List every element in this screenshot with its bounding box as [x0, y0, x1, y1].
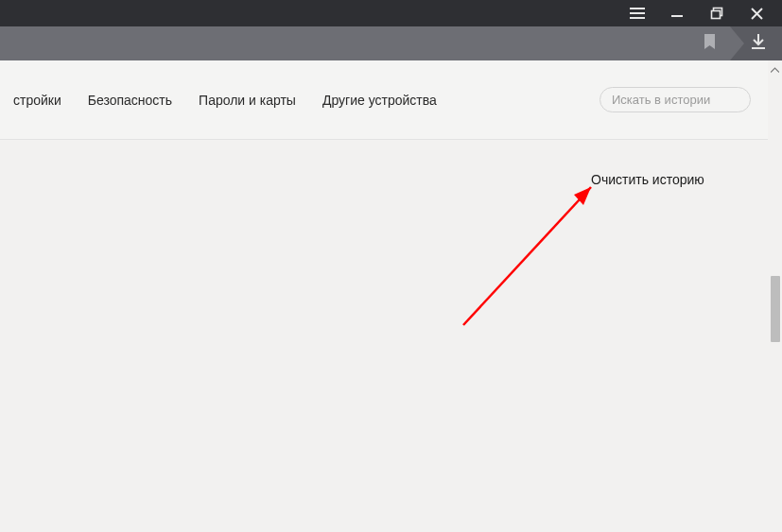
chevron-up-icon [771, 60, 779, 77]
hamburger-icon [630, 8, 645, 19]
bookmark-icon [704, 34, 716, 54]
minimize-icon [670, 7, 684, 20]
tab-security[interactable]: Безопасность [88, 93, 172, 108]
download-icon [750, 33, 767, 54]
maximize-restore-icon [710, 7, 723, 20]
address-bar-field[interactable] [0, 26, 730, 60]
svg-line-2 [463, 187, 591, 325]
tab-passwords-cards[interactable]: Пароли и карты [199, 93, 296, 108]
close-icon [751, 8, 763, 20]
window-title-bar [0, 0, 782, 26]
bookmark-button[interactable] [688, 26, 730, 60]
maximize-button[interactable] [697, 0, 737, 26]
tab-other-devices[interactable]: Другие устройства [322, 93, 437, 108]
settings-tabs-row: стройки Безопасность Пароли и карты Друг… [0, 60, 768, 140]
page-content: стройки Безопасность Пароли и карты Друг… [0, 60, 768, 532]
history-search-input[interactable] [600, 87, 751, 112]
menu-button[interactable] [617, 0, 657, 26]
scrollbar-thumb[interactable] [771, 276, 780, 342]
svg-marker-3 [574, 187, 591, 205]
clear-history-link[interactable]: Очистить историю [591, 172, 704, 187]
scroll-up-button[interactable] [768, 60, 782, 76]
address-bar [0, 26, 782, 60]
search-wrapper [600, 87, 751, 112]
tab-settings-fragment[interactable]: стройки [13, 93, 61, 108]
settings-tabs: стройки Безопасность Пароли и карты Друг… [13, 93, 437, 108]
svg-rect-1 [712, 11, 721, 19]
annotation-arrow [454, 174, 615, 344]
vertical-scrollbar[interactable] [768, 60, 782, 532]
close-button[interactable] [737, 0, 776, 26]
minimize-button[interactable] [657, 0, 697, 26]
downloads-button[interactable] [740, 26, 776, 60]
